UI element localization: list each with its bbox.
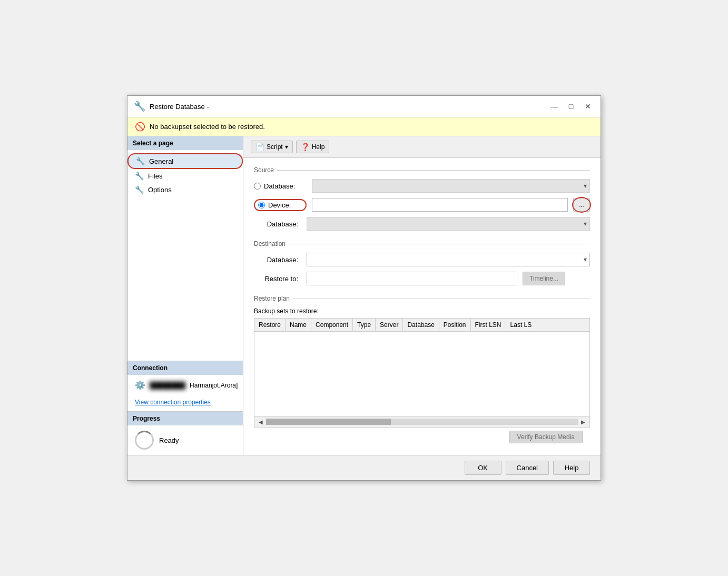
- database-radio-text: Database:: [264, 182, 295, 190]
- help-footer-button[interactable]: Help: [553, 461, 590, 475]
- destination-section: Destination Database: Restore to: Timeli…: [254, 240, 590, 285]
- sidebar-item-general[interactable]: 🔧 General: [127, 153, 243, 169]
- script-button[interactable]: 📄 Script ▾: [251, 141, 293, 153]
- col-name: Name: [286, 319, 311, 331]
- col-component: Component: [311, 319, 353, 331]
- wrench-icon: 🔧: [136, 157, 145, 165]
- col-first-lsn: First LSN: [471, 319, 506, 331]
- device-radio-row: Device: ...: [254, 198, 590, 212]
- table-body: [254, 332, 589, 416]
- scroll-thumb: [266, 419, 391, 425]
- source-db-select-wrapper[interactable]: [307, 217, 590, 231]
- minimize-button[interactable]: —: [548, 100, 560, 113]
- close-button[interactable]: ✕: [582, 100, 594, 113]
- sidebar-item-label-general: General: [149, 157, 173, 165]
- source-label: Source: [254, 166, 590, 174]
- col-last-lsn: Last LS: [506, 319, 537, 331]
- source-database-select[interactable]: [312, 179, 590, 193]
- col-type: Type: [353, 319, 376, 331]
- col-database: Database: [403, 319, 439, 331]
- scroll-track[interactable]: [266, 419, 578, 425]
- database-radio[interactable]: [254, 183, 261, 190]
- source-db-select[interactable]: [307, 217, 590, 231]
- connection-section: Connection ⚙️ ████████ Harmanjot.Arora] …: [127, 361, 243, 411]
- help-label: Help: [312, 143, 325, 151]
- col-position: Position: [439, 319, 471, 331]
- sidebar: Select a page 🔧 General 🔧 Files 🔧 Option…: [127, 136, 243, 455]
- sidebar-item-label-options: Options: [148, 186, 172, 194]
- horizontal-scrollbar[interactable]: ◀ ▶: [254, 416, 589, 427]
- timeline-button[interactable]: Timeline...: [523, 272, 565, 285]
- help-button[interactable]: ❓ Help: [296, 141, 330, 153]
- titlebar: 🔧 Restore Database - — □ ✕: [127, 96, 601, 117]
- restore-plan-label: Restore plan: [254, 295, 590, 302]
- progress-spinner: [135, 431, 154, 450]
- dest-database-row: Database:: [254, 253, 590, 266]
- script-dropdown-icon: ▾: [285, 143, 288, 151]
- sidebar-item-options[interactable]: 🔧 Options: [127, 183, 243, 196]
- dest-database-label: Database:: [254, 256, 301, 264]
- connection-icon: ⚙️: [135, 380, 145, 390]
- dest-database-select-wrapper[interactable]: [307, 253, 590, 266]
- warning-message: No backupset selected to be restored.: [150, 123, 265, 131]
- device-radio-label[interactable]: Device:: [254, 199, 307, 211]
- restore-plan-section: Restore plan Backup sets to restore: Res…: [254, 295, 590, 446]
- device-path-input[interactable]: [312, 198, 568, 212]
- right-panel: 📄 Script ▾ ❓ Help Source: [243, 136, 601, 455]
- source-database-select-wrapper[interactable]: [312, 179, 590, 193]
- app-icon: 🔧: [134, 101, 145, 112]
- script-icon: 📄: [255, 143, 264, 151]
- device-radio-text: Device:: [268, 201, 291, 209]
- source-section: Source Database:: [254, 166, 590, 231]
- window-controls: — □ ✕: [548, 100, 594, 113]
- dest-database-select[interactable]: [307, 253, 590, 266]
- backup-sets-table: Restore Name Component Type Server Datab…: [254, 318, 590, 428]
- restore-to-row: Restore to: Timeline...: [254, 272, 590, 285]
- wrench-icon-options: 🔧: [135, 185, 144, 194]
- col-restore: Restore: [254, 319, 286, 331]
- connection-body: ⚙️ ████████ Harmanjot.Arora]: [127, 375, 243, 395]
- scroll-right-arrow[interactable]: ▶: [581, 419, 585, 425]
- view-connection-link[interactable]: View connection properties: [127, 395, 243, 411]
- wrench-icon-files: 🔧: [135, 172, 144, 180]
- form-area: Source Database:: [243, 158, 601, 455]
- connection-server-blurred: ████████: [150, 382, 185, 389]
- bottom-actions: Verify Backup Media: [254, 428, 590, 446]
- window-title: Restore Database -: [150, 103, 209, 111]
- verify-backup-button[interactable]: Verify Backup Media: [509, 431, 583, 443]
- connection-server: Harmanjot.Arora]: [190, 382, 238, 389]
- restore-database-window: 🔧 Restore Database - — □ ✕ 🚫 No backupse…: [127, 95, 601, 481]
- source-db-label: Database:: [254, 220, 301, 228]
- toolbar: 📄 Script ▾ ❓ Help: [243, 136, 601, 158]
- script-label: Script: [267, 143, 283, 151]
- database-radio-row: Database:: [254, 179, 590, 193]
- browse-button[interactable]: ...: [573, 198, 590, 212]
- restore-to-label: Restore to:: [254, 275, 301, 283]
- database-radio-label[interactable]: Database:: [254, 182, 307, 190]
- maximize-button[interactable]: □: [565, 100, 577, 113]
- backup-sets-label: Backup sets to restore:: [254, 307, 590, 315]
- progress-section: Progress Ready: [127, 411, 243, 455]
- restore-to-input[interactable]: [307, 272, 517, 285]
- table-header: Restore Name Component Type Server Datab…: [254, 319, 589, 332]
- device-radio[interactable]: [258, 202, 265, 208]
- sidebar-item-label-files: Files: [148, 172, 162, 180]
- main-content: Select a page 🔧 General 🔧 Files 🔧 Option…: [127, 136, 601, 455]
- progress-body: Ready: [127, 425, 243, 455]
- warning-bar: 🚫 No backupset selected to be restored.: [127, 117, 601, 136]
- select-page-header: Select a page: [127, 136, 243, 150]
- progress-status: Ready: [159, 436, 179, 444]
- col-server: Server: [376, 319, 403, 331]
- progress-header: Progress: [127, 412, 243, 425]
- scroll-left-arrow[interactable]: ◀: [259, 419, 263, 425]
- titlebar-left: 🔧 Restore Database -: [134, 101, 209, 112]
- destination-label: Destination: [254, 240, 590, 247]
- connection-header: Connection: [127, 361, 243, 375]
- cancel-button[interactable]: Cancel: [506, 461, 549, 475]
- ok-button[interactable]: OK: [465, 461, 501, 475]
- sidebar-nav: 🔧 General 🔧 Files 🔧 Options: [127, 150, 243, 361]
- help-icon: ❓: [301, 143, 310, 151]
- sidebar-item-files[interactable]: 🔧 Files: [127, 169, 243, 183]
- dialog-footer: OK Cancel Help: [127, 455, 601, 480]
- source-db-row: Database:: [254, 217, 590, 231]
